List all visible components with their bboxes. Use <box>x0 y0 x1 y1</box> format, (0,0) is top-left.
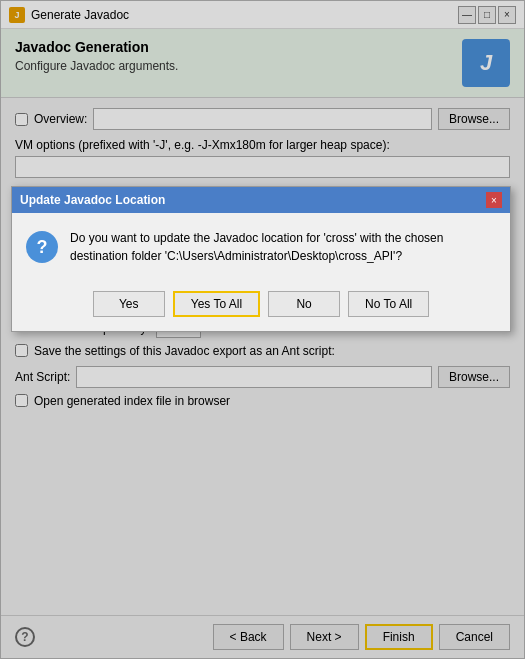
update-javadoc-dialog: Update Javadoc Location × ? Do you want … <box>11 186 511 332</box>
dialog-buttons: Yes Yes To All No No To All <box>12 281 510 331</box>
dialog-title: Update Javadoc Location <box>20 193 165 207</box>
yes-to-all-button[interactable]: Yes To All <box>173 291 260 317</box>
dialog-content: ? Do you want to update the Javadoc loca… <box>12 213 510 281</box>
dialog-title-bar: Update Javadoc Location × <box>12 187 510 213</box>
dialog-message: Do you want to update the Javadoc locati… <box>70 229 443 265</box>
main-window: J Generate Javadoc — □ × Javadoc Generat… <box>0 0 525 659</box>
dialog-close-button[interactable]: × <box>486 192 502 208</box>
yes-button[interactable]: Yes <box>93 291 165 317</box>
dialog-question-icon: ? <box>26 231 58 263</box>
no-button[interactable]: No <box>268 291 340 317</box>
no-to-all-button[interactable]: No To All <box>348 291 429 317</box>
